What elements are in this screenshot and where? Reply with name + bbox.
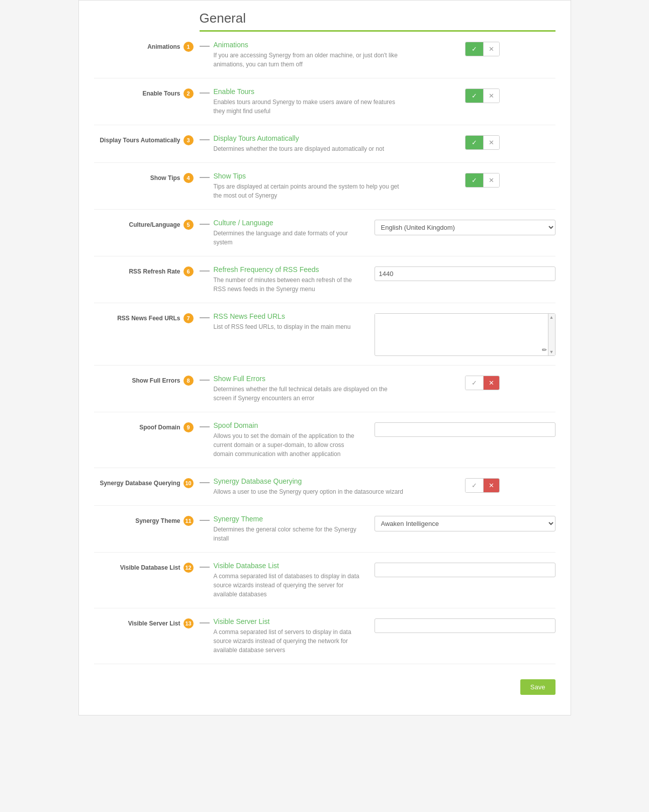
row-content: Synergy ThemeDetermines the general colo… (210, 515, 364, 543)
row-description: The number of minutes between each refre… (214, 276, 364, 294)
row-content: Display Tours AutomaticallyDetermines wh… (210, 134, 455, 153)
row-badge: 2 (183, 88, 194, 99)
toggle-group: ✓✕ (465, 88, 500, 103)
toggle-x-button[interactable]: ✕ (483, 42, 499, 56)
row-badge: 3 (183, 135, 194, 145)
row-title: Spoof Domain (214, 421, 364, 429)
row-badge: 6 (183, 266, 194, 277)
settings-row: RSS News Feed URLs7RSS News Feed URLsLis… (94, 303, 555, 366)
row-badge: 13 (183, 618, 194, 628)
row-title: Culture / Language (214, 219, 364, 227)
row-label-text: Animations (147, 43, 180, 50)
scrollbar-down-arrow[interactable]: ▼ (549, 349, 554, 354)
connector-line (200, 426, 210, 427)
input-control[interactable] (375, 563, 555, 577)
connector-line (200, 139, 210, 140)
row-label-area: Synergy Theme11 (94, 515, 200, 526)
toggle-check-button[interactable]: ✓ (466, 173, 483, 187)
settings-row: Visible Server List13Visible Server List… (94, 608, 555, 664)
row-description: A comma separated list of databases to d… (214, 572, 364, 599)
row-content: Synergy Database QueryingAllows a user t… (210, 477, 455, 496)
toggle-x-button[interactable]: ✕ (483, 173, 499, 187)
toggle-group: ✓✕ (465, 478, 500, 493)
connector-line (200, 46, 210, 47)
row-label-text: Show Full Errors (132, 377, 180, 384)
row-title: Display Tours Automatically (214, 134, 455, 142)
row-label-area: Visible Server List13 (94, 617, 200, 628)
row-content: RSS News Feed URLsList of RSS feed URLs,… (210, 312, 364, 331)
row-label-text: Enable Tours (142, 90, 180, 97)
select-control[interactable]: Awaken IntelligenceDefaultDark (375, 516, 555, 531)
connector-line (200, 177, 210, 178)
settings-row: Display Tours Automatically3Display Tour… (94, 125, 555, 163)
row-label-area: Show Full Errors8 (94, 375, 200, 386)
row-control: ✓✕ (455, 87, 555, 103)
toggle-x-button[interactable]: ✕ (484, 479, 499, 492)
row-description: Tips are displayed at certain points aro… (214, 182, 405, 200)
scrollbar-up-arrow[interactable]: ▲ (549, 315, 554, 320)
toggle-x-button[interactable]: ✕ (483, 89, 499, 103)
textarea-scrollbar: ▲▼ (548, 314, 555, 355)
row-label-area: Culture/Language5 (94, 219, 200, 230)
row-badge: 12 (183, 563, 194, 573)
row-control: ✓✕ (455, 134, 555, 150)
pencil-icon[interactable]: ✏ (542, 346, 547, 353)
row-label-text: RSS Refresh Rate (129, 268, 180, 275)
save-button[interactable]: Save (520, 679, 555, 695)
toggle-check-button[interactable]: ✓ (466, 376, 484, 390)
row-control: ✓✕ (455, 375, 555, 390)
row-content: Show Full ErrorsDetermines whether the f… (210, 375, 455, 403)
toggle-check-button[interactable]: ✓ (466, 479, 484, 492)
textarea-control[interactable] (375, 314, 555, 354)
page-title: General (94, 11, 555, 26)
row-content: Enable ToursEnables tours around Synergy… (210, 87, 455, 116)
row-label-area: Show Tips4 (94, 172, 200, 183)
settings-row: Animations1AnimationsIf you are accessin… (94, 32, 555, 78)
row-label-area: Animations1 (94, 41, 200, 52)
row-content: Show TipsTips are displayed at certain p… (210, 172, 455, 200)
row-title: RSS News Feed URLs (214, 312, 364, 320)
toggle-group: ✓✕ (465, 376, 500, 390)
row-control: Awaken IntelligenceDefaultDark (364, 515, 555, 531)
connector-line (200, 380, 210, 381)
row-title: Refresh Frequency of RSS Feeds (214, 265, 364, 274)
row-content: AnimationsIf you are accessing Synergy f… (210, 41, 455, 69)
row-label-area: Synergy Database Querying10 (94, 477, 200, 488)
row-title: Animations (214, 41, 455, 49)
settings-row: Synergy Theme11Synergy ThemeDetermines t… (94, 506, 555, 553)
row-label-text: Synergy Theme (135, 517, 180, 524)
toggle-group: ✓✕ (465, 173, 500, 188)
row-control (364, 421, 555, 437)
toggle-check-button[interactable]: ✓ (466, 136, 483, 149)
row-label-text: Display Tours Automatically (100, 137, 180, 144)
input-control[interactable] (375, 618, 555, 633)
row-description: Determines the general color scheme for … (214, 525, 364, 543)
connector-line (200, 224, 210, 225)
settings-row: Show Full Errors8Show Full ErrorsDetermi… (94, 366, 555, 412)
row-badge: 5 (183, 220, 194, 230)
row-content: Visible Database ListA comma separated l… (210, 562, 364, 599)
row-title: Enable Tours (214, 87, 455, 96)
row-description: If you are accessing Synergy from an old… (214, 51, 405, 69)
toggle-x-button[interactable]: ✕ (484, 376, 499, 390)
row-description: A comma separated list of servers to dis… (214, 627, 364, 655)
row-badge: 9 (183, 422, 194, 432)
row-label-area: Visible Database List12 (94, 562, 200, 573)
row-description: Enables tours around Synergy to make use… (214, 98, 405, 116)
row-title: Synergy Theme (214, 515, 364, 523)
input-control[interactable] (375, 422, 555, 437)
select-control[interactable]: English (United Kingdom)English (United … (375, 220, 555, 235)
row-control (364, 617, 555, 633)
input-control[interactable] (375, 266, 555, 281)
toggle-check-button[interactable]: ✓ (466, 89, 483, 103)
row-description: Allows a user to use the Synergy query o… (214, 487, 405, 496)
row-badge: 4 (183, 173, 194, 183)
connector-line (200, 567, 210, 568)
toggle-check-button[interactable]: ✓ (466, 42, 483, 56)
toggle-x-button[interactable]: ✕ (483, 136, 499, 149)
settings-row: Visible Database List12Visible Database … (94, 553, 555, 608)
save-bar: Save (94, 674, 555, 695)
row-description: Determines whether the full technical de… (214, 385, 405, 403)
toggle-group: ✓✕ (465, 135, 500, 150)
row-label-text: RSS News Feed URLs (117, 315, 180, 322)
